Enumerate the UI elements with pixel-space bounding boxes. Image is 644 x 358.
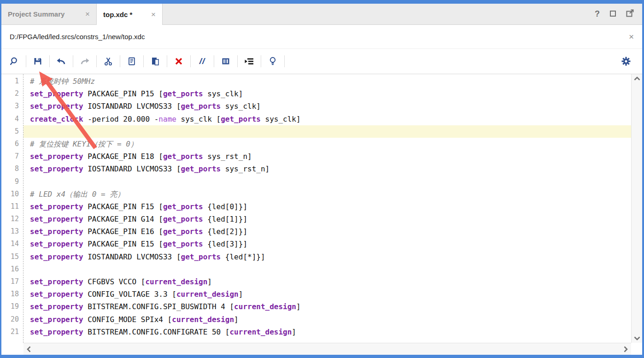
copy-icon — [127, 57, 136, 66]
code-token-plain: IOSTANDARD LVCMOS33 [ — [83, 252, 181, 261]
code-line[interactable]: set_property BITSTREAM.CONFIG.CONFIGRATE… — [23, 326, 631, 338]
line-number: 15 — [1, 251, 23, 263]
gear-icon — [621, 56, 631, 66]
code-line[interactable]: create_clock -period 20.000 -name sys_cl… — [23, 113, 631, 125]
save-button[interactable] — [26, 52, 49, 70]
line-number: 7 — [1, 150, 23, 163]
code-line-highlighted[interactable] — [23, 125, 631, 138]
code-line[interactable]: set_property CFGBVS VCCO [current_design… — [23, 276, 631, 288]
code-token-plain: ] — [296, 302, 301, 311]
code-token-plain: CFGBVS VCCO [ — [83, 277, 146, 286]
indent-button[interactable] — [238, 52, 261, 70]
maximize-icon[interactable] — [610, 10, 616, 18]
code-line[interactable]: set_property IOSTANDARD LVCMOS33 [get_po… — [23, 163, 631, 175]
code-token-comment: # LED x4（输出 0 = 亮） — [30, 190, 124, 199]
float-icon[interactable] — [626, 9, 634, 19]
line-number: 20 — [1, 313, 23, 326]
line-number: 1 — [1, 75, 23, 88]
code-token-keyword: set_property — [30, 164, 83, 173]
code-line[interactable]: # 系统时钟 50MHz — [23, 75, 631, 88]
search-button[interactable] — [3, 52, 26, 70]
code-line[interactable] — [23, 176, 631, 188]
code-line[interactable]: set_property PACKAGE_PIN E15 [get_ports … — [23, 238, 631, 250]
redo-button[interactable] — [73, 52, 96, 70]
delete-button[interactable] — [167, 52, 190, 70]
code-line[interactable]: set_property IOSTANDARD LVCMOS33 [get_po… — [23, 251, 631, 263]
line-number: 4 — [1, 113, 23, 125]
scroll-down-icon[interactable] — [634, 336, 640, 340]
close-icon[interactable]: × — [81, 10, 90, 18]
code-token-keyword: current_design — [176, 290, 239, 299]
code-token-keyword: current_design — [145, 277, 207, 286]
code-token-plain: PACKAGE_PIN E15 [ — [83, 240, 163, 248]
window-top-border — [1, 0, 642, 4]
tab-label: top.xdc * — [103, 11, 132, 18]
line-number: 12 — [1, 213, 23, 225]
code-token-keyword: set_property — [30, 89, 83, 98]
close-icon[interactable]: × — [146, 11, 156, 18]
horizontal-scrollbar-row — [1, 343, 642, 355]
code-token-plain: ] — [234, 315, 239, 324]
horizontal-scrollbar[interactable] — [23, 343, 631, 355]
tab-top-xdc[interactable]: top.xdc * × — [96, 4, 163, 25]
code-token-keyword: get_ports — [163, 202, 203, 211]
redo-icon — [80, 57, 90, 66]
code-token-keyword: set_property — [30, 240, 83, 248]
code-token-keyword: set_property — [30, 202, 83, 211]
code-token-plain: sys_clk] — [221, 102, 261, 111]
code-token-keyword: set_property — [30, 315, 83, 324]
line-number: 16 — [1, 263, 23, 276]
code-line[interactable]: set_property PACKAGE_PIN F15 [get_ports … — [23, 200, 631, 213]
code-token-plain: sys_rst_n] — [203, 152, 252, 161]
code-token-plain: {led[0]}] — [203, 202, 247, 211]
code-line[interactable]: # 复位按键 KEY1（按下 = 0） — [23, 138, 631, 150]
tab-project-summary[interactable]: Project Summary × — [1, 4, 96, 24]
copy-button[interactable] — [120, 52, 143, 70]
line-number: 8 — [1, 163, 23, 175]
tab-bar: Project Summary × top.xdc * × ? — [1, 4, 642, 25]
undo-button[interactable] — [50, 52, 73, 70]
line-number: 6 — [1, 138, 23, 150]
code-line[interactable]: # LED x4（输出 0 = 亮） — [23, 188, 631, 200]
code-token-plain: PACKAGE_PIN E16 [ — [83, 227, 163, 236]
close-icon[interactable]: × — [629, 32, 634, 41]
cut-icon — [104, 57, 113, 66]
code-line[interactable]: set_property IOSTANDARD LVCMOS33 [get_po… — [23, 100, 631, 112]
code-token-plain: sys_rst_n] — [221, 164, 269, 173]
code-token-comment: # 系统时钟 50MHz — [30, 77, 95, 86]
code-token-plain: sys_clk] — [261, 115, 301, 123]
paste-button[interactable] — [144, 52, 167, 70]
code-line[interactable] — [23, 263, 631, 276]
help-icon[interactable]: ? — [595, 9, 600, 19]
code-token-option: name — [158, 115, 176, 123]
code-token-keyword: get_ports — [181, 102, 221, 111]
vertical-scrollbar[interactable] — [631, 74, 642, 343]
code-token-keyword: set_property — [30, 152, 83, 161]
scroll-left-icon[interactable] — [27, 346, 31, 352]
scroll-up-icon[interactable] — [634, 76, 640, 81]
line-number: 21 — [1, 326, 23, 338]
toggle-comment-button[interactable]: // — [191, 52, 214, 70]
cut-button[interactable] — [97, 52, 120, 70]
code-line[interactable]: set_property PACKAGE_PIN P15 [get_ports … — [23, 88, 631, 100]
code-token-keyword: set_property — [30, 277, 83, 286]
column-select-button[interactable] — [214, 52, 237, 70]
code-line[interactable]: set_property CONFIG_MODE SPIx4 [current_… — [23, 313, 631, 326]
line-number: 13 — [1, 225, 23, 238]
code-token-plain: -period 20.000 - — [83, 115, 159, 123]
code-line[interactable]: set_property PACKAGE_PIN G14 [get_ports … — [23, 213, 631, 225]
scroll-right-icon[interactable] — [624, 346, 628, 352]
code-token-plain: {led[2]}] — [203, 227, 247, 236]
line-number: 3 — [1, 100, 23, 112]
line-number: 18 — [1, 288, 23, 300]
code-line[interactable]: set_property PACKAGE_PIN E18 [get_ports … — [23, 150, 631, 163]
toolbar-separator — [284, 55, 285, 67]
code-line[interactable]: set_property PACKAGE_PIN E16 [get_ports … — [23, 225, 631, 238]
code-line[interactable]: set_property BITSTREAM.CONFIG.SPI_BUSWID… — [23, 300, 631, 313]
code-token-keyword: get_ports — [181, 164, 221, 173]
code-line[interactable]: set_property CONFIG_VOLTAGE 3.3 [current… — [23, 288, 631, 300]
code-area[interactable]: # 系统时钟 50MHzset_property PACKAGE_PIN P15… — [23, 74, 631, 343]
code-token-plain: {led[*]}] — [221, 252, 265, 261]
lightbulb-button[interactable] — [261, 52, 284, 70]
settings-button[interactable] — [615, 52, 638, 70]
